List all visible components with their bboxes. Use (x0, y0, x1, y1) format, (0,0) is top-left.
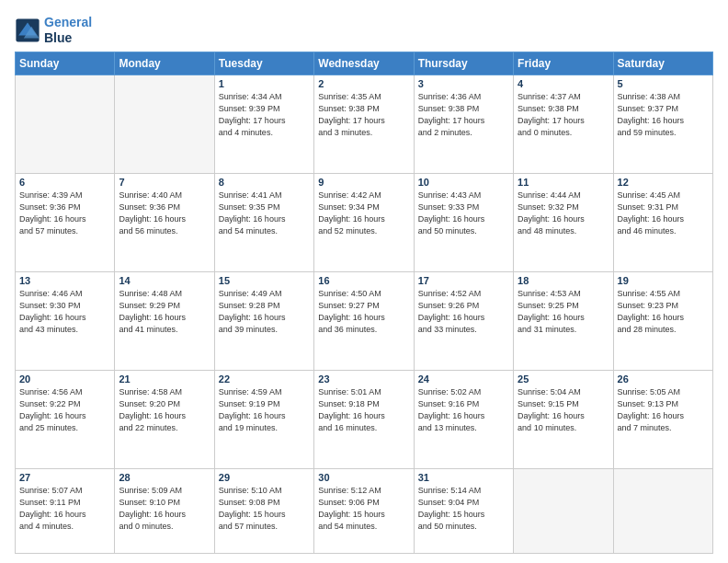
day-info: Sunrise: 5:02 AM Sunset: 9:16 PM Dayligh… (418, 386, 509, 434)
day-number: 24 (418, 373, 509, 385)
calendar-cell: 28Sunrise: 5:09 AM Sunset: 9:10 PM Dayli… (115, 468, 214, 553)
day-header-friday: Friday (514, 52, 613, 75)
day-number: 30 (318, 472, 409, 483)
day-number: 28 (119, 472, 210, 483)
calendar-cell: 25Sunrise: 5:04 AM Sunset: 9:15 PM Dayli… (514, 370, 613, 468)
day-number: 1 (219, 78, 310, 89)
day-info: Sunrise: 4:58 AM Sunset: 9:20 PM Dayligh… (119, 386, 210, 434)
calendar-cell: 17Sunrise: 4:52 AM Sunset: 9:26 PM Dayli… (414, 271, 513, 370)
calendar-cell: 31Sunrise: 5:14 AM Sunset: 9:04 PM Dayli… (414, 468, 513, 553)
day-number: 16 (318, 275, 409, 286)
day-info: Sunrise: 5:01 AM Sunset: 9:18 PM Dayligh… (318, 386, 409, 434)
day-number: 12 (618, 177, 709, 188)
day-number: 3 (418, 78, 509, 89)
calendar-cell: 19Sunrise: 4:55 AM Sunset: 9:23 PM Dayli… (613, 271, 712, 370)
calendar-cell: 29Sunrise: 5:10 AM Sunset: 9:08 PM Dayli… (214, 468, 313, 553)
calendar-cell: 5Sunrise: 4:38 AM Sunset: 9:37 PM Daylig… (613, 75, 712, 173)
day-info: Sunrise: 4:42 AM Sunset: 9:34 PM Dayligh… (318, 190, 409, 237)
day-info: Sunrise: 4:53 AM Sunset: 9:25 PM Dayligh… (518, 288, 609, 336)
day-info: Sunrise: 4:56 AM Sunset: 9:22 PM Dayligh… (19, 386, 110, 434)
day-info: Sunrise: 4:41 AM Sunset: 9:35 PM Dayligh… (219, 190, 310, 237)
calendar-cell: 6Sunrise: 4:39 AM Sunset: 9:36 PM Daylig… (16, 173, 115, 271)
day-info: Sunrise: 4:46 AM Sunset: 9:30 PM Dayligh… (19, 288, 110, 336)
day-number: 17 (418, 275, 509, 286)
calendar-cell: 21Sunrise: 4:58 AM Sunset: 9:20 PM Dayli… (115, 370, 214, 468)
page: General Blue SundayMondayTuesdayWednesda… (0, 0, 728, 563)
day-number: 7 (119, 177, 210, 188)
calendar-cell: 27Sunrise: 5:07 AM Sunset: 9:11 PM Dayli… (16, 468, 115, 553)
day-header-thursday: Thursday (414, 52, 513, 75)
day-number: 15 (219, 275, 310, 286)
day-number: 19 (618, 275, 709, 286)
calendar-cell: 10Sunrise: 4:43 AM Sunset: 9:33 PM Dayli… (414, 173, 513, 271)
calendar-cell: 4Sunrise: 4:37 AM Sunset: 9:38 PM Daylig… (514, 75, 613, 173)
day-info: Sunrise: 4:37 AM Sunset: 9:38 PM Dayligh… (518, 91, 609, 139)
day-number: 6 (19, 177, 110, 188)
day-header-saturday: Saturday (613, 52, 712, 75)
day-info: Sunrise: 4:44 AM Sunset: 9:32 PM Dayligh… (518, 190, 609, 237)
day-number: 25 (518, 373, 609, 385)
logo-icon (15, 17, 40, 43)
day-number: 31 (418, 472, 509, 483)
calendar-header-row: SundayMondayTuesdayWednesdayThursdayFrid… (16, 52, 713, 75)
calendar-cell: 12Sunrise: 4:45 AM Sunset: 9:31 PM Dayli… (613, 173, 712, 271)
day-info: Sunrise: 5:05 AM Sunset: 9:13 PM Dayligh… (618, 386, 709, 434)
day-number: 22 (219, 373, 310, 385)
day-number: 27 (19, 472, 110, 483)
day-info: Sunrise: 4:59 AM Sunset: 9:19 PM Dayligh… (219, 386, 310, 434)
calendar-cell: 16Sunrise: 4:50 AM Sunset: 9:27 PM Dayli… (314, 271, 414, 370)
calendar-table: SundayMondayTuesdayWednesdayThursdayFrid… (15, 52, 713, 554)
calendar-cell (613, 468, 712, 553)
calendar-cell: 22Sunrise: 4:59 AM Sunset: 9:19 PM Dayli… (214, 370, 313, 468)
day-info: Sunrise: 4:43 AM Sunset: 9:33 PM Dayligh… (418, 190, 509, 237)
calendar-cell: 24Sunrise: 5:02 AM Sunset: 9:16 PM Dayli… (414, 370, 513, 468)
day-info: Sunrise: 5:07 AM Sunset: 9:11 PM Dayligh… (19, 485, 110, 533)
day-header-tuesday: Tuesday (214, 52, 313, 75)
day-info: Sunrise: 4:55 AM Sunset: 9:23 PM Dayligh… (618, 288, 709, 336)
calendar-week-row: 13Sunrise: 4:46 AM Sunset: 9:30 PM Dayli… (16, 271, 713, 370)
day-info: Sunrise: 4:36 AM Sunset: 9:38 PM Dayligh… (418, 91, 509, 139)
day-info: Sunrise: 5:09 AM Sunset: 9:10 PM Dayligh… (119, 485, 210, 533)
calendar-cell: 11Sunrise: 4:44 AM Sunset: 9:32 PM Dayli… (514, 173, 613, 271)
day-info: Sunrise: 5:04 AM Sunset: 9:15 PM Dayligh… (518, 386, 609, 434)
day-info: Sunrise: 4:50 AM Sunset: 9:27 PM Dayligh… (318, 288, 409, 336)
day-info: Sunrise: 4:34 AM Sunset: 9:39 PM Dayligh… (219, 91, 310, 139)
day-info: Sunrise: 4:39 AM Sunset: 9:36 PM Dayligh… (19, 190, 110, 237)
day-number: 21 (119, 373, 210, 385)
day-info: Sunrise: 4:45 AM Sunset: 9:31 PM Dayligh… (618, 190, 709, 237)
day-info: Sunrise: 5:10 AM Sunset: 9:08 PM Dayligh… (219, 485, 310, 533)
day-number: 20 (19, 373, 110, 385)
header: General Blue (15, 15, 713, 46)
day-number: 2 (318, 78, 409, 89)
logo-line2: Blue (44, 30, 92, 46)
calendar-cell: 3Sunrise: 4:36 AM Sunset: 9:38 PM Daylig… (414, 75, 513, 173)
day-number: 4 (518, 78, 609, 89)
day-info: Sunrise: 4:38 AM Sunset: 9:37 PM Dayligh… (618, 91, 709, 139)
calendar-cell: 14Sunrise: 4:48 AM Sunset: 9:29 PM Dayli… (115, 271, 214, 370)
day-number: 13 (19, 275, 110, 286)
calendar-week-row: 20Sunrise: 4:56 AM Sunset: 9:22 PM Dayli… (16, 370, 713, 468)
calendar-cell: 30Sunrise: 5:12 AM Sunset: 9:06 PM Dayli… (314, 468, 414, 553)
calendar-cell (115, 75, 214, 173)
day-number: 29 (219, 472, 310, 483)
calendar-cell (16, 75, 115, 173)
day-info: Sunrise: 4:40 AM Sunset: 9:36 PM Dayligh… (119, 190, 210, 237)
day-info: Sunrise: 4:49 AM Sunset: 9:28 PM Dayligh… (219, 288, 310, 336)
calendar-cell: 15Sunrise: 4:49 AM Sunset: 9:28 PM Dayli… (214, 271, 313, 370)
calendar-cell: 2Sunrise: 4:35 AM Sunset: 9:38 PM Daylig… (314, 75, 414, 173)
day-number: 26 (618, 373, 709, 385)
logo-line1: General (44, 15, 92, 30)
day-info: Sunrise: 4:35 AM Sunset: 9:38 PM Dayligh… (318, 91, 409, 139)
day-number: 18 (518, 275, 609, 286)
day-info: Sunrise: 4:52 AM Sunset: 9:26 PM Dayligh… (418, 288, 509, 336)
day-info: Sunrise: 4:48 AM Sunset: 9:29 PM Dayligh… (119, 288, 210, 336)
calendar-week-row: 27Sunrise: 5:07 AM Sunset: 9:11 PM Dayli… (16, 468, 713, 553)
calendar-cell: 7Sunrise: 4:40 AM Sunset: 9:36 PM Daylig… (115, 173, 214, 271)
calendar-cell: 20Sunrise: 4:56 AM Sunset: 9:22 PM Dayli… (16, 370, 115, 468)
day-header-monday: Monday (115, 52, 214, 75)
calendar-cell: 13Sunrise: 4:46 AM Sunset: 9:30 PM Dayli… (16, 271, 115, 370)
calendar-cell: 8Sunrise: 4:41 AM Sunset: 9:35 PM Daylig… (214, 173, 313, 271)
day-header-sunday: Sunday (16, 52, 115, 75)
calendar-cell (514, 468, 613, 553)
day-number: 23 (318, 373, 409, 385)
